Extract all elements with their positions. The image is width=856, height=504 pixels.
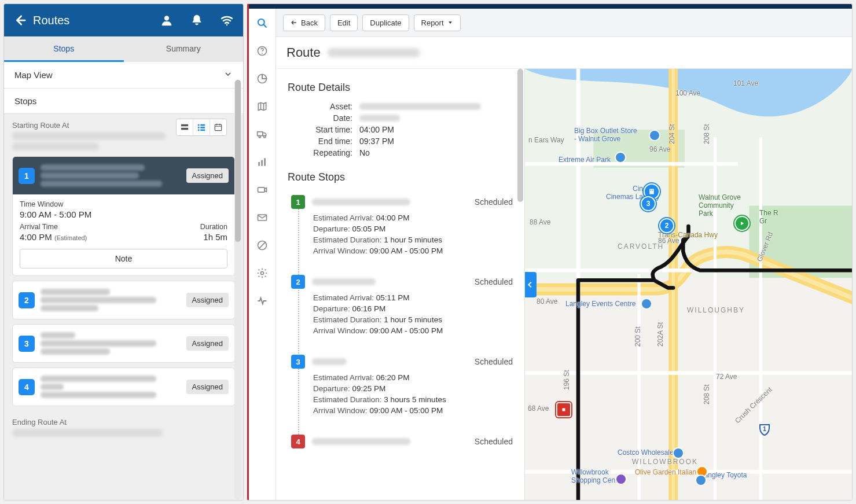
status-scheduled: Scheduled (475, 197, 513, 207)
list-view-toolbar (176, 119, 227, 136)
duplicate-button[interactable]: Duplicate (362, 14, 409, 31)
truck-icon[interactable] (256, 128, 269, 141)
svg-text:1: 1 (763, 425, 766, 432)
svg-point-2 (226, 24, 228, 26)
report-button[interactable]: Report (414, 14, 461, 31)
map-view-section[interactable]: Map View (4, 62, 243, 89)
view-calendar-icon[interactable] (210, 119, 226, 135)
left-icon-rail (249, 9, 276, 500)
user-icon[interactable] (159, 12, 175, 28)
svg-rect-6 (200, 124, 205, 126)
stop-card-1[interactable]: 1 Assigned Time Window 9:00 AM - 5:00 PM… (12, 156, 235, 276)
mobile-title: Routes (33, 14, 145, 27)
map-icon[interactable] (256, 100, 269, 113)
wifi-icon[interactable] (219, 12, 235, 28)
camera-icon[interactable] (256, 183, 269, 196)
bell-icon[interactable] (189, 12, 205, 28)
assigned-badge: Assigned (186, 336, 229, 351)
map-poi-trg: The R Gr (759, 209, 778, 225)
map-poi-costco: Costco Wholesale (618, 448, 674, 457)
stop-card-2[interactable]: 2 Assigned (12, 281, 235, 319)
map-road-208-st-b: 208 St (703, 384, 711, 404)
ending-route-label: Ending Route At (12, 418, 235, 426)
route-stop-number: 1 (291, 195, 305, 209)
back-arrow-icon[interactable] (12, 13, 27, 28)
status-scheduled: Scheduled (475, 277, 513, 286)
details-scrollbar[interactable] (517, 69, 523, 500)
tab-stops[interactable]: Stops (4, 36, 124, 62)
route-details-heading: Route Details (288, 82, 513, 94)
bar-chart-icon[interactable] (256, 156, 269, 168)
map-poi-bigbox: Big Box Outlet Store - Walnut Grove (574, 127, 637, 143)
top-strip (249, 4, 852, 9)
stop-number-badge: 2 (19, 292, 35, 308)
status-scheduled: Scheduled (475, 437, 513, 446)
stop-card-3-header: 3 Assigned (13, 325, 234, 362)
svg-rect-42 (563, 409, 565, 411)
view-list-icon[interactable] (193, 119, 210, 135)
poi-marker-icon (615, 473, 627, 485)
repeating-value: No (359, 148, 370, 157)
map-pin-2[interactable]: 2 (659, 218, 674, 233)
svg-rect-19 (258, 132, 263, 136)
svg-point-18 (262, 53, 263, 54)
asset-label: Asset: (288, 102, 352, 111)
map-road-68-ave: 68 Ave (528, 404, 549, 413)
map-pin-3[interactable]: 3 (641, 196, 656, 211)
svg-rect-5 (198, 124, 200, 126)
stop-card-4[interactable]: 4 Assigned (12, 367, 235, 406)
svg-point-29 (261, 272, 264, 275)
map-road-ears: n Ears Way (528, 136, 564, 144)
map-collapse-tab[interactable] (525, 272, 537, 297)
map-road-72-ave: 72 Ave (716, 373, 737, 381)
arrival-time-note: (Estimated) (54, 234, 87, 241)
route-stop-3[interactable]: 3 Scheduled Estimated Arrival: 06:20 PM … (291, 351, 513, 431)
mobile-scrollbar[interactable] (234, 80, 241, 500)
map-road-202a-st: 202A St (656, 322, 664, 347)
gear-icon[interactable] (256, 267, 269, 279)
map-road-196-st: 196 St (563, 370, 571, 390)
redacted-route-name (328, 48, 420, 57)
route-stop-4[interactable]: 4 Scheduled (291, 431, 513, 448)
mobile-tabs: Stops Summary (4, 36, 243, 62)
back-label: Back (301, 19, 318, 27)
stops-section-label: Stops (14, 96, 36, 106)
map-pin-go-icon[interactable] (734, 216, 750, 231)
map-poi-extreme: Extreme Air Park (559, 156, 611, 164)
tab-summary[interactable]: Summary (124, 36, 244, 62)
stop-card-4-header: 4 Assigned (13, 368, 234, 406)
pulse-icon[interactable] (256, 295, 269, 307)
stop-card-3[interactable]: 3 Assigned (12, 324, 235, 363)
stops-section-header: Stops (4, 89, 243, 114)
route-stop-1[interactable]: 1 Scheduled Estimated Arrival: 04:00 PM … (291, 192, 513, 271)
edit-button[interactable]: Edit (330, 14, 358, 31)
svg-rect-24 (264, 158, 266, 165)
search-icon[interactable] (256, 17, 269, 30)
mobile-header: Routes (4, 4, 243, 36)
mail-icon[interactable] (256, 211, 269, 224)
view-compact-icon[interactable] (177, 119, 193, 135)
repeating-label: Repeating: (288, 148, 352, 157)
svg-point-15 (258, 19, 264, 25)
map-road-200-st: 200 St (634, 326, 642, 347)
map-pin-end-icon[interactable] (556, 402, 571, 417)
svg-marker-41 (741, 222, 744, 225)
duration-label: Duration (200, 223, 227, 231)
help-icon[interactable] (256, 45, 269, 57)
map-area[interactable]: n Ears Way 96 Ave Trans-Canada Hwy 88 Av… (525, 69, 852, 500)
route-stops-heading: Route Stops (288, 171, 513, 183)
route-stop-number: 3 (291, 355, 305, 369)
stop-number-badge: 3 (19, 336, 35, 352)
svg-rect-38 (649, 189, 654, 194)
route-stop-2[interactable]: 2 Scheduled Estimated Arrival: 05:11 PM … (291, 271, 513, 351)
chart-pie-icon[interactable] (256, 72, 269, 85)
note-button[interactable]: Note (20, 249, 227, 268)
mobile-app-pane: Routes Stops Summary Map View (3, 3, 244, 501)
ban-icon[interactable] (256, 239, 269, 252)
ending-route-block: Ending Route At (4, 411, 243, 438)
back-button[interactable]: Back (283, 14, 325, 31)
stop-card-2-header: 2 Assigned (13, 281, 234, 319)
map-road-208-st: 208 St (703, 124, 711, 144)
stop-number-badge: 4 (19, 379, 35, 395)
report-label: Report (421, 19, 444, 27)
